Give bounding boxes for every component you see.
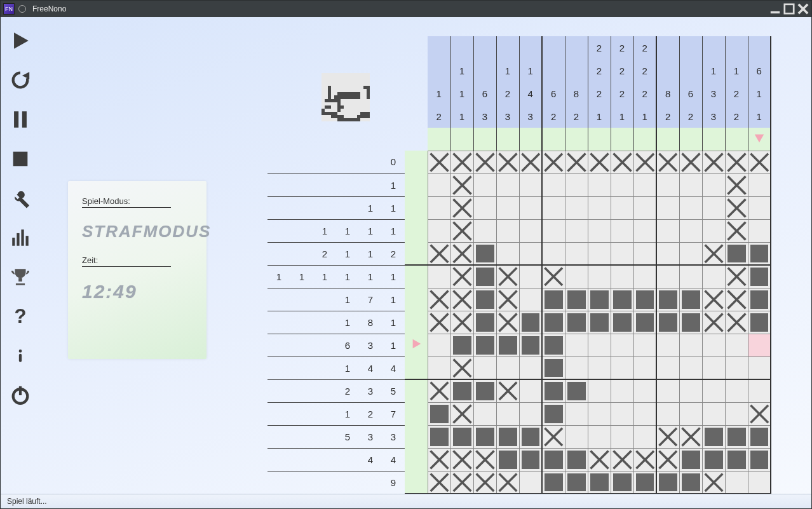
play-cell[interactable] bbox=[542, 265, 565, 288]
play-cell[interactable] bbox=[542, 173, 565, 196]
play-cell[interactable] bbox=[633, 334, 656, 356]
play-cell[interactable] bbox=[496, 219, 519, 242]
play-cell[interactable] bbox=[748, 265, 771, 288]
play-cell[interactable] bbox=[611, 425, 633, 448]
play-cell[interactable] bbox=[588, 151, 611, 173]
play-cell[interactable] bbox=[679, 196, 702, 219]
play-cell[interactable] bbox=[656, 151, 679, 173]
play-cell[interactable] bbox=[450, 425, 473, 448]
play-cell[interactable] bbox=[611, 265, 633, 288]
play-cell[interactable] bbox=[428, 151, 450, 173]
play-cell[interactable] bbox=[679, 151, 702, 173]
play-cell[interactable] bbox=[725, 334, 748, 356]
play-cell[interactable] bbox=[748, 151, 771, 173]
play-cell[interactable] bbox=[702, 265, 725, 288]
play-cell[interactable] bbox=[611, 471, 633, 494]
play-cell[interactable] bbox=[450, 311, 473, 334]
play-cell[interactable] bbox=[428, 242, 450, 265]
play-cell[interactable] bbox=[633, 448, 656, 471]
play-cell[interactable] bbox=[519, 196, 542, 219]
play-cell[interactable] bbox=[473, 311, 496, 334]
play-cell[interactable] bbox=[542, 425, 565, 448]
play-cell[interactable] bbox=[473, 242, 496, 265]
play-cell[interactable] bbox=[428, 173, 450, 196]
play-cell[interactable] bbox=[725, 151, 748, 173]
play-cell[interactable] bbox=[565, 334, 588, 356]
play-cell[interactable] bbox=[450, 471, 473, 494]
play-cell[interactable] bbox=[565, 425, 588, 448]
play-cell[interactable] bbox=[725, 425, 748, 448]
window-minimize-button[interactable] bbox=[769, 4, 781, 13]
play-cell[interactable] bbox=[450, 288, 473, 311]
play-cell[interactable] bbox=[450, 196, 473, 219]
play-cell[interactable] bbox=[473, 334, 496, 356]
tools-button[interactable] bbox=[2, 179, 39, 218]
play-cell[interactable] bbox=[565, 402, 588, 425]
play-cell[interactable] bbox=[656, 265, 679, 288]
play-cell[interactable] bbox=[428, 356, 450, 379]
play-cell[interactable] bbox=[496, 448, 519, 471]
play-cell[interactable] bbox=[588, 219, 611, 242]
play-cell[interactable] bbox=[702, 311, 725, 334]
play-cell[interactable] bbox=[496, 242, 519, 265]
play-cell[interactable] bbox=[611, 356, 633, 379]
play-cell[interactable] bbox=[588, 265, 611, 288]
play-cell[interactable] bbox=[588, 402, 611, 425]
play-cell[interactable] bbox=[473, 402, 496, 425]
play-cell[interactable] bbox=[473, 471, 496, 494]
play-cell[interactable] bbox=[542, 151, 565, 173]
play-cell[interactable] bbox=[725, 311, 748, 334]
play-cell[interactable] bbox=[679, 311, 702, 334]
play-cell[interactable] bbox=[450, 219, 473, 242]
play-cell[interactable] bbox=[702, 151, 725, 173]
play-cell[interactable] bbox=[473, 356, 496, 379]
play-cell[interactable] bbox=[428, 402, 450, 425]
play-cell[interactable] bbox=[702, 448, 725, 471]
play-cell[interactable] bbox=[428, 265, 450, 288]
play-cell[interactable] bbox=[611, 379, 633, 402]
play-cell[interactable] bbox=[679, 379, 702, 402]
play-cell[interactable] bbox=[679, 265, 702, 288]
play-cell[interactable] bbox=[519, 219, 542, 242]
stats-button[interactable] bbox=[2, 218, 39, 257]
play-cell[interactable] bbox=[702, 334, 725, 356]
play-cell[interactable] bbox=[519, 288, 542, 311]
play-cell[interactable] bbox=[519, 356, 542, 379]
play-cell[interactable] bbox=[702, 471, 725, 494]
play-cell[interactable] bbox=[542, 448, 565, 471]
play-cell[interactable] bbox=[473, 425, 496, 448]
play-cell[interactable] bbox=[565, 196, 588, 219]
play-cell[interactable] bbox=[725, 356, 748, 379]
help-button[interactable]: ? bbox=[2, 297, 39, 336]
play-cell[interactable] bbox=[565, 288, 588, 311]
play-cell[interactable] bbox=[611, 334, 633, 356]
play-cell[interactable] bbox=[725, 219, 748, 242]
play-cell[interactable] bbox=[748, 356, 771, 379]
play-cell[interactable] bbox=[473, 196, 496, 219]
play-cell[interactable] bbox=[450, 402, 473, 425]
play-cell[interactable] bbox=[496, 196, 519, 219]
play-cell[interactable] bbox=[725, 402, 748, 425]
play-cell[interactable] bbox=[725, 173, 748, 196]
play-cell[interactable] bbox=[679, 288, 702, 311]
play-cell[interactable] bbox=[702, 425, 725, 448]
play-cell[interactable] bbox=[702, 242, 725, 265]
play-cell[interactable] bbox=[519, 242, 542, 265]
play-cell[interactable] bbox=[725, 196, 748, 219]
play-cell[interactable] bbox=[702, 173, 725, 196]
play-cell[interactable] bbox=[611, 288, 633, 311]
play-cell[interactable] bbox=[428, 334, 450, 356]
play-cell[interactable] bbox=[611, 402, 633, 425]
play-cell[interactable] bbox=[588, 356, 611, 379]
play-cell[interactable] bbox=[519, 173, 542, 196]
play-cell[interactable] bbox=[428, 448, 450, 471]
play-cell[interactable] bbox=[588, 196, 611, 219]
play-cell[interactable] bbox=[496, 379, 519, 402]
play-cell[interactable] bbox=[542, 402, 565, 425]
play-cell[interactable] bbox=[428, 288, 450, 311]
play-cell[interactable] bbox=[679, 173, 702, 196]
play-cell[interactable] bbox=[748, 448, 771, 471]
play-cell[interactable] bbox=[656, 425, 679, 448]
play-cell[interactable] bbox=[633, 356, 656, 379]
play-cell[interactable] bbox=[450, 379, 473, 402]
